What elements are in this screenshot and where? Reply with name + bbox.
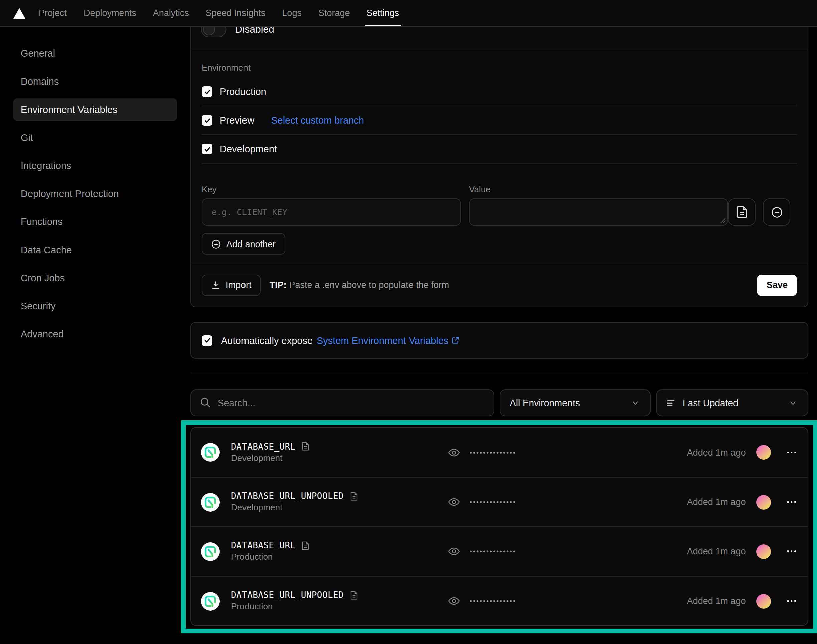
checkbox-preview[interactable] [202,115,212,126]
sidebar-item-data-cache[interactable]: Data Cache [13,239,177,261]
key-label: Key [202,184,469,195]
sidebar-item-advanced[interactable]: Advanced [13,323,177,345]
sidebar-item-cron-jobs[interactable]: Cron Jobs [13,267,177,289]
environment-filter-select[interactable]: All Environments [500,389,651,416]
env-var-name: DATABASE_URL_UNPOOLED [231,491,344,501]
masked-value: •••••••••••••• [470,597,517,604]
tip-text: TIP:Paste a .env above to populate the f… [270,280,449,290]
sidebar-item-functions[interactable]: Functions [13,210,177,233]
added-timestamp: Added 1m ago [687,546,746,557]
row-menu-button[interactable] [786,548,798,555]
tab-analytics[interactable]: Analytics [153,0,189,26]
check-icon [204,117,211,124]
check-icon [204,145,211,153]
nav-tabs: Project Deployments Analytics Speed Insi… [39,0,399,26]
env-var-form-card: Disabled Environment Production [190,7,808,307]
save-button[interactable]: Save [757,274,797,296]
import-button[interactable]: Import [202,274,261,296]
sidebar-item-git[interactable]: Git [13,126,177,149]
preview-label: Preview [220,115,254,126]
form-footer: Import TIP:Paste a .env above to populat… [191,262,808,307]
tab-settings[interactable]: Settings [367,0,400,26]
environment-option-production: Production [202,78,797,106]
row-menu-button[interactable] [786,597,798,604]
neon-integration-avatar [201,592,220,610]
tab-deployments[interactable]: Deployments [83,0,136,26]
sidebar-item-environment-variables[interactable]: Environment Variables [13,98,177,121]
eye-reveal-icon[interactable] [448,545,460,558]
select-custom-branch-link[interactable]: Select custom branch [271,115,364,126]
added-timestamp: Added 1m ago [687,596,746,606]
eye-reveal-icon[interactable] [448,595,460,607]
env-var-environment: Production [231,601,273,611]
note-icon [302,442,310,451]
env-var-name: DATABASE_URL [231,540,296,550]
resize-handle-icon[interactable] [720,218,726,224]
chevron-down-icon [788,397,798,408]
top-nav: Project Deployments Analytics Speed Insi… [0,0,817,27]
env-var-row: DATABASE_URL_UNPOOLED Development [191,477,808,526]
sidebar-item-deployment-protection[interactable]: Deployment Protection [13,182,177,205]
neon-integration-avatar [201,542,220,561]
note-icon [350,491,358,501]
add-another-button[interactable]: Add another [202,233,285,255]
env-var-name: DATABASE_URL [231,441,296,451]
neon-logo-icon [204,595,216,607]
tab-speed-insights[interactable]: Speed Insights [206,0,265,26]
eye-reveal-icon[interactable] [448,496,460,508]
annotation-highlight-box: DATABASE_URL Development •••••• [181,420,817,633]
sidebar-item-integrations[interactable]: Integrations [13,154,177,177]
tab-logs[interactable]: Logs [282,0,302,26]
minus-circle-icon [770,205,783,219]
masked-value: •••••••••••••• [470,449,517,456]
env-var-environment: Production [231,552,273,562]
neon-integration-avatar [201,493,220,511]
section-divider [190,373,808,373]
environment-label: Environment [202,49,797,78]
key-input[interactable] [202,198,461,226]
checkbox-production[interactable] [202,86,212,97]
tab-storage[interactable]: Storage [318,0,350,26]
masked-value: •••••••••••••• [470,498,517,506]
sidebar-item-security[interactable]: Security [13,294,177,317]
value-input[interactable] [469,198,728,226]
remove-row-button[interactable] [763,198,790,226]
external-link-icon [451,336,460,345]
sort-icon [666,398,676,408]
eye-reveal-icon[interactable] [448,446,460,458]
env-var-environment: Development [231,502,282,512]
tab-project[interactable]: Project [39,0,67,26]
masked-value: •••••••••••••• [470,548,517,555]
env-var-name: DATABASE_URL_UNPOOLED [231,590,344,600]
environment-section: Environment Production Preview Select cu… [191,49,808,164]
note-icon [350,590,358,600]
key-value-section: Key Value [191,164,808,255]
env-var-list: DATABASE_URL Development •••••• [190,427,808,626]
check-icon [204,88,211,95]
env-var-row: DATABASE_URL_UNPOOLED Production [191,576,808,625]
expose-label: Automatically expose [221,335,313,346]
user-avatar [756,495,771,509]
row-menu-button[interactable] [786,449,798,455]
user-avatar [756,593,771,608]
added-timestamp: Added 1m ago [687,497,746,507]
import-download-icon [211,280,221,290]
environment-option-preview: Preview Select custom branch [202,106,797,135]
user-avatar [756,544,771,559]
plus-circle-icon [211,239,221,249]
sidebar-item-domains[interactable]: Domains [13,70,177,93]
sidebar-item-general[interactable]: General [13,42,177,65]
checkbox-expose-system-env[interactable] [202,335,212,346]
checkbox-development[interactable] [202,144,212,154]
paste-env-file-button[interactable] [728,198,756,226]
system-env-variables-link[interactable]: System Environment Variables [317,335,460,346]
row-menu-button[interactable] [786,498,798,505]
file-icon [736,206,748,218]
vercel-logo-icon[interactable] [13,8,31,18]
env-var-environment: Development [231,452,282,463]
neon-logo-icon [204,446,216,458]
search-input[interactable] [190,389,494,416]
env-var-row: DATABASE_URL Development •••••• [191,428,808,477]
user-avatar [756,445,771,460]
sort-select[interactable]: Last Updated [656,389,808,416]
